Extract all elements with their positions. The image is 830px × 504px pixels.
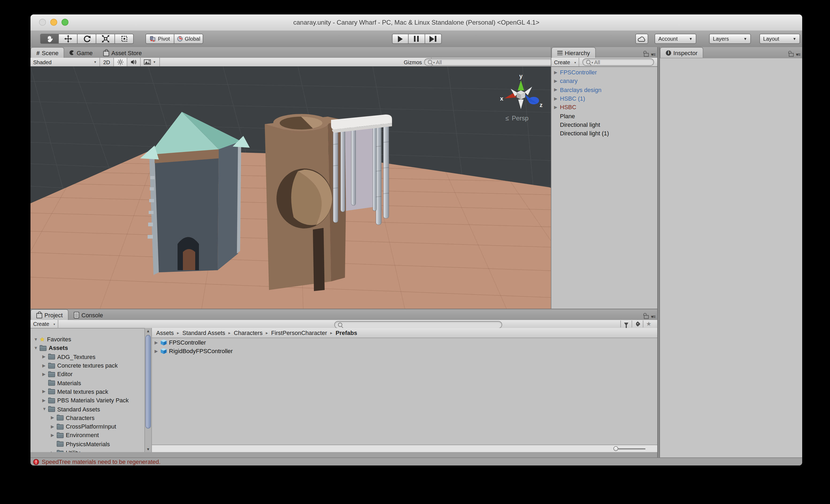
hierarchy-item[interactable]: Directional light	[551, 120, 657, 129]
expand-arrow-icon[interactable]: ▼	[34, 337, 39, 342]
lock-icon[interactable]	[789, 53, 794, 57]
hierarchy-item[interactable]: Directional light (1)	[551, 129, 657, 138]
hierarchy-item[interactable]: ▶ canary	[551, 77, 657, 86]
tree-row[interactable]: ★ Materials	[30, 379, 145, 387]
tree-row[interactable]: ▶ ★ ADG_Textures	[30, 352, 145, 361]
breadcrumb-item[interactable]: FirstPersonCharacter	[271, 329, 336, 336]
scene-search-field[interactable]: ▾	[424, 58, 553, 66]
thumbnail-zoom-slider[interactable]	[613, 447, 645, 450]
expand-arrow-icon[interactable]: ▶	[51, 433, 57, 438]
tab-hierarchy[interactable]: Hierarchy	[551, 47, 596, 58]
pause-button[interactable]	[408, 34, 425, 44]
move-tool-button[interactable]	[59, 34, 77, 44]
expand-arrow-icon[interactable]: ▶	[155, 349, 160, 353]
tree-row[interactable]: ▼ ★ Favorites	[30, 335, 145, 344]
bottom-tab[interactable]: Project	[30, 309, 69, 320]
search-by-type-button[interactable]	[620, 320, 632, 327]
tree-row[interactable]: ▶ ★ CrossPlatformInput	[30, 422, 145, 431]
rect-tool-button[interactable]	[115, 34, 134, 44]
asset-item[interactable]: ▶ RigidBodyFPSController	[152, 347, 657, 355]
2d-toggle-button[interactable]: 2D	[100, 58, 114, 66]
hierarchy-item[interactable]: Plane	[551, 112, 657, 120]
layers-dropdown[interactable]: Layers▼	[709, 34, 751, 44]
view-tab[interactable]: Scene	[30, 47, 64, 58]
expand-arrow-icon[interactable]: ▶	[42, 398, 48, 403]
hierarchy-create-dropdown[interactable]: Create▾	[551, 58, 579, 66]
expand-arrow-icon[interactable]: ▶	[51, 450, 57, 452]
lighting-toggle-button[interactable]	[114, 58, 127, 66]
hand-tool-button[interactable]	[40, 34, 59, 44]
play-button[interactable]	[392, 34, 408, 44]
cloud-services-button[interactable]	[635, 34, 648, 44]
expand-arrow-icon[interactable]: ▶	[554, 78, 560, 84]
tree-row[interactable]: ▶ ★ Editor	[30, 370, 145, 379]
effects-dropdown[interactable]: ▼	[141, 58, 160, 66]
hierarchy-search-input[interactable]	[594, 59, 650, 65]
account-dropdown[interactable]: Account▼	[655, 34, 696, 44]
status-bar[interactable]: SpeedTree materials need to be regenerat…	[30, 458, 802, 466]
panel-divider[interactable]	[657, 47, 660, 458]
draw-mode-dropdown[interactable]: Shaded▼	[30, 58, 100, 66]
expand-arrow-icon[interactable]: ▼	[34, 346, 39, 350]
asset-item[interactable]: ▶ FPSController	[152, 338, 657, 347]
expand-arrow-icon[interactable]: ▶	[554, 105, 560, 110]
tree-row[interactable]: ▼ ★ Standard Assets	[30, 405, 145, 414]
tree-row[interactable]: ★ PhysicsMaterials	[30, 440, 145, 448]
rotate-tool-button[interactable]	[77, 34, 96, 44]
audio-toggle-button[interactable]	[127, 58, 141, 66]
breadcrumb-item[interactable]: Prefabs	[336, 329, 357, 336]
panel-menu-icon[interactable]	[651, 49, 655, 58]
tab-inspector[interactable]: i Inspector	[660, 47, 704, 58]
global-toggle-button[interactable]: Global	[174, 34, 203, 44]
project-search-input[interactable]	[343, 321, 499, 327]
project-search-field[interactable]	[334, 321, 502, 328]
step-button[interactable]	[425, 34, 442, 44]
search-by-label-button[interactable]	[632, 320, 643, 327]
lock-icon[interactable]	[644, 315, 649, 319]
persp-toggle[interactable]: ≤ Persp	[505, 115, 529, 122]
scene-viewport[interactable]: y x z ≤ Persp	[30, 66, 551, 309]
expand-arrow-icon[interactable]: ▶	[51, 415, 57, 420]
view-tab[interactable]: Asset Store	[98, 48, 147, 58]
tree-row[interactable]: ▶ ★ Characters	[30, 413, 145, 422]
expand-arrow-icon[interactable]: ▼	[42, 407, 48, 411]
tree-row[interactable]: ▶ ★ Concrete textures pack	[30, 361, 145, 370]
tree-row[interactable]: ▶ ★ PBS Materials Variety Pack	[30, 396, 145, 405]
bottom-tab[interactable]: Console	[69, 310, 108, 320]
lock-icon[interactable]	[644, 53, 649, 57]
view-tab[interactable]: Game	[64, 48, 98, 58]
expand-arrow-icon[interactable]: ▶	[42, 389, 48, 394]
expand-arrow-icon[interactable]: ▶	[554, 87, 560, 92]
hierarchy-item[interactable]: ▶ HSBC (1)	[551, 94, 657, 103]
project-tree-scrollbar[interactable]: ▲ ▼	[145, 328, 152, 452]
scrollbar-thumb[interactable]	[146, 335, 151, 429]
breadcrumb-item[interactable]: Assets	[156, 329, 182, 336]
expand-arrow-icon[interactable]: ▶	[42, 372, 48, 377]
project-create-dropdown[interactable]: Create▾	[30, 320, 58, 328]
expand-arrow-icon[interactable]: ▶	[42, 363, 48, 368]
expand-arrow-icon[interactable]: ▶	[155, 340, 160, 345]
panel-menu-icon[interactable]	[651, 311, 655, 320]
breadcrumb-item[interactable]: Characters	[234, 329, 271, 336]
slider-thumb[interactable]	[613, 446, 618, 451]
scroll-up-arrow[interactable]: ▲	[145, 328, 151, 334]
hierarchy-search-field[interactable]: ▾	[582, 58, 654, 66]
breadcrumb-item[interactable]: Standard Assets	[182, 329, 234, 336]
scale-tool-button[interactable]	[96, 34, 115, 44]
hierarchy-item[interactable]: ▶ FPSController	[551, 68, 657, 77]
favorites-filter-button[interactable]: ★	[643, 320, 654, 327]
hierarchy-item[interactable]: ▶ HSBC	[551, 103, 657, 112]
hierarchy-item[interactable]: ▶ Barclays design	[551, 85, 657, 94]
pivot-toggle-button[interactable]: Pivot	[146, 34, 174, 44]
expand-arrow-icon[interactable]: ▶	[554, 96, 560, 101]
tree-row[interactable]: ▶ ★ Metal textures pack	[30, 387, 145, 396]
layout-dropdown[interactable]: Layout▼	[759, 34, 800, 44]
expand-arrow-icon[interactable]: ▶	[42, 354, 48, 359]
panel-menu-icon[interactable]	[796, 49, 800, 58]
expand-arrow-icon[interactable]: ▶	[554, 70, 560, 75]
expand-arrow-icon[interactable]: ▶	[51, 424, 57, 429]
scene-search-input[interactable]	[436, 59, 550, 65]
tree-row[interactable]: ▶ ★ Environment	[30, 431, 145, 440]
scroll-down-arrow[interactable]: ▼	[145, 446, 151, 452]
tree-row[interactable]: ▶ ★ Utility	[30, 448, 145, 452]
